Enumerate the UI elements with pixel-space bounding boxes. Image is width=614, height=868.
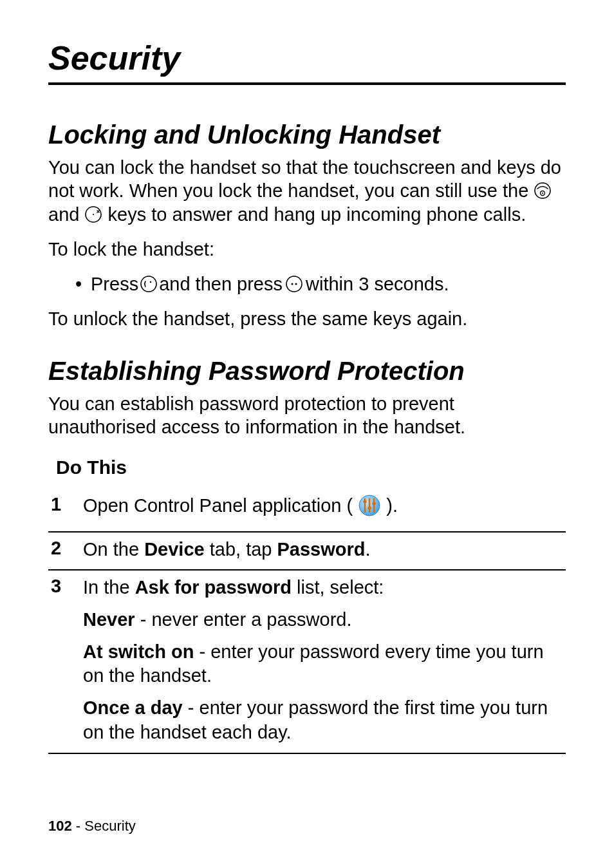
svg-point-5	[141, 276, 156, 292]
text: ).	[381, 495, 398, 516]
ui-label-device: Device	[144, 539, 205, 560]
ui-label-password: Password	[277, 539, 366, 560]
text: within 3 seconds.	[306, 272, 449, 296]
svg-point-4	[93, 213, 94, 214]
svg-point-7	[286, 276, 302, 292]
footer-section-name: Security	[84, 818, 135, 834]
table-row: 2 On the Device tab, tap Password.	[48, 531, 566, 570]
ui-label-at-switch-on: At switch on	[83, 641, 194, 662]
steps-table: Do This 1 Open Control Panel application…	[48, 450, 566, 754]
chapter-rule	[48, 82, 566, 85]
chapter-title: Security	[48, 39, 566, 77]
step-number: 1	[48, 494, 83, 515]
ui-label-never: Never	[83, 609, 135, 630]
text: You can lock the handset so that the tou…	[48, 157, 561, 201]
svg-point-8	[292, 283, 293, 285]
call-answer-key-icon	[534, 182, 552, 200]
lock-paragraph-1: You can lock the handset so that the tou…	[48, 156, 566, 226]
svg-point-6	[150, 281, 152, 283]
text: list, select:	[292, 577, 384, 598]
text: Press	[91, 272, 138, 296]
svg-rect-16	[373, 502, 376, 505]
text: keys to answer and hang up incoming phon…	[102, 204, 526, 225]
lock-bullet: • Press and then press within 3 seconds.	[48, 272, 566, 296]
text: .	[366, 539, 371, 560]
control-panel-app-icon	[358, 494, 381, 524]
table-header: Do This	[48, 450, 566, 485]
lock-paragraph-3: To unlock the handset, press the same ke…	[48, 307, 566, 330]
step-body: Open Control Panel application ( ).	[83, 494, 566, 526]
password-paragraph-1: You can establish password protection to…	[48, 392, 566, 439]
text: - never enter a password.	[135, 609, 352, 630]
svg-rect-15	[368, 507, 371, 509]
page-number: 102	[48, 818, 72, 834]
page-footer: 102 - Security	[48, 818, 136, 835]
svg-point-9	[295, 283, 297, 285]
text: Open Control Panel application (	[83, 495, 358, 516]
call-end-key-icon	[84, 205, 102, 223]
lock-key-2-icon	[285, 275, 303, 293]
text: In the	[83, 577, 135, 598]
page: Security Locking and Unlocking Handset Y…	[0, 0, 614, 868]
step-number: 2	[48, 538, 83, 559]
section-title-locking: Locking and Unlocking Handset	[48, 120, 566, 149]
bullet-icon: •	[66, 272, 91, 296]
table-row: 1 Open Control Panel application ( ).	[48, 485, 566, 531]
text: and	[48, 204, 84, 225]
section-title-password: Establishing Password Protection	[48, 357, 566, 386]
step-body: In the Ask for password list, select: Ne…	[83, 576, 566, 747]
svg-rect-14	[364, 500, 367, 503]
text: tab, tap	[205, 539, 277, 560]
ui-label-once-a-day: Once a day	[83, 697, 183, 718]
table-row: 3 In the Ask for password list, select: …	[48, 569, 566, 753]
step-number: 3	[48, 576, 83, 597]
text: On the	[83, 539, 144, 560]
footer-sep: -	[72, 818, 85, 834]
ui-label-ask-for-password: Ask for password	[135, 577, 292, 598]
text: and then press	[159, 272, 283, 296]
step-body: On the Device tab, tap Password.	[83, 538, 566, 565]
lock-key-1-icon	[140, 275, 158, 293]
svg-point-2	[542, 193, 543, 194]
lock-paragraph-2: To lock the handset:	[48, 238, 566, 261]
